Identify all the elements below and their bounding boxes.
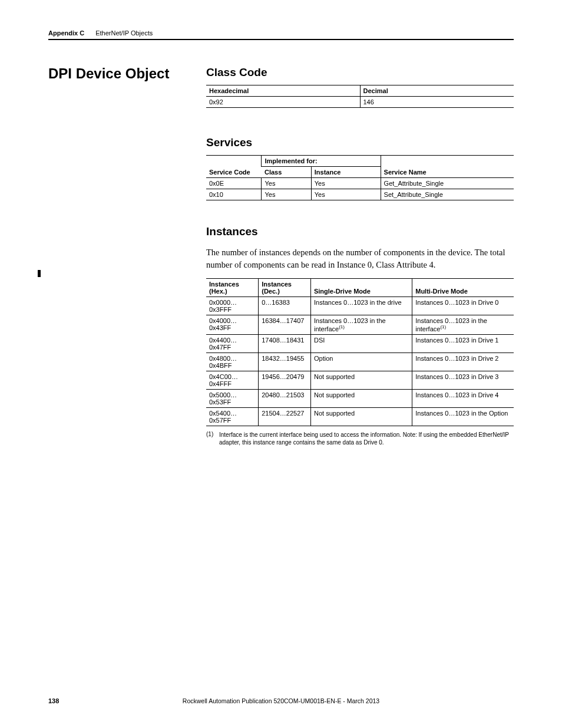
instances-heading: Instances — [206, 225, 514, 238]
instances-head-dec: Instances (Dec.) — [259, 279, 311, 297]
table-row: 0x5000…0x53FF20480…21503Not supportedIns… — [206, 389, 514, 407]
table-row: 0x4000…0x43FF16384…17407Instances 0…1023… — [206, 315, 514, 335]
instances-head-single: Single-Drive Mode — [310, 279, 412, 297]
services-head-name: Service Name — [381, 156, 514, 178]
instances-head-multi: Multi-Drive Mode — [412, 279, 514, 297]
table-row: 0x4400…0x47FF17408…18431DSIInstances 0…1… — [206, 334, 514, 353]
classcode-table: Hexadecimal Decimal 0x92 146 — [206, 85, 514, 108]
table-row: 0x10 Yes Yes Set_Attribute_Single — [206, 189, 514, 200]
services-head-instance: Instance — [311, 167, 381, 178]
services-table: Service Code Implemented for: Service Na… — [206, 155, 514, 200]
services-head-impl: Implemented for: — [262, 156, 381, 167]
footnote-num: (1) — [206, 431, 219, 447]
footnote: (1) Interface is the current interface b… — [206, 431, 514, 447]
instances-table: Instances (Hex.) Instances (Dec.) Single… — [206, 278, 514, 426]
classcode-hex: 0x92 — [206, 97, 360, 108]
classcode-dec: 146 — [360, 97, 514, 108]
footnote-text: Interface is the current interface being… — [219, 431, 514, 447]
instances-body: The number of instances depends on the n… — [206, 246, 514, 271]
table-row: 0x5400…0x57FF21504…22527Not supportedIns… — [206, 407, 514, 426]
page-footer: 138 Rockwell Automation Publication 520C… — [48, 697, 514, 704]
page-header: Appendix C EtherNet/IP Objects — [48, 29, 514, 40]
publication-info: Rockwell Automation Publication 520COM-U… — [166, 697, 396, 704]
classcode-heading: Class Code — [206, 66, 514, 79]
services-head-class: Class — [262, 167, 311, 178]
instances-head-hex: Instances (Hex.) — [206, 279, 259, 297]
classcode-head-hex: Hexadecimal — [206, 85, 360, 97]
header-chapter: EtherNet/IP Objects — [95, 29, 153, 37]
table-row: 0x0E Yes Yes Get_Attribute_Single — [206, 178, 514, 189]
services-heading: Services — [206, 136, 514, 149]
section-title: DPI Device Object — [48, 66, 206, 81]
table-row: 0x4800…0x4BFF18432…19455OptionInstances … — [206, 353, 514, 371]
header-appendix: Appendix C — [48, 29, 84, 37]
table-row: 0x4C00…0x4FFF19456…20479Not supportedIns… — [206, 371, 514, 389]
change-bar-icon — [38, 270, 41, 277]
classcode-head-dec: Decimal — [360, 85, 514, 97]
table-row: 0x0000…0x3FFF0…16383Instances 0…1023 in … — [206, 297, 514, 315]
services-head-code: Service Code — [206, 156, 262, 178]
table-row: 0x92 146 — [206, 97, 514, 108]
page-number: 138 — [48, 697, 166, 704]
